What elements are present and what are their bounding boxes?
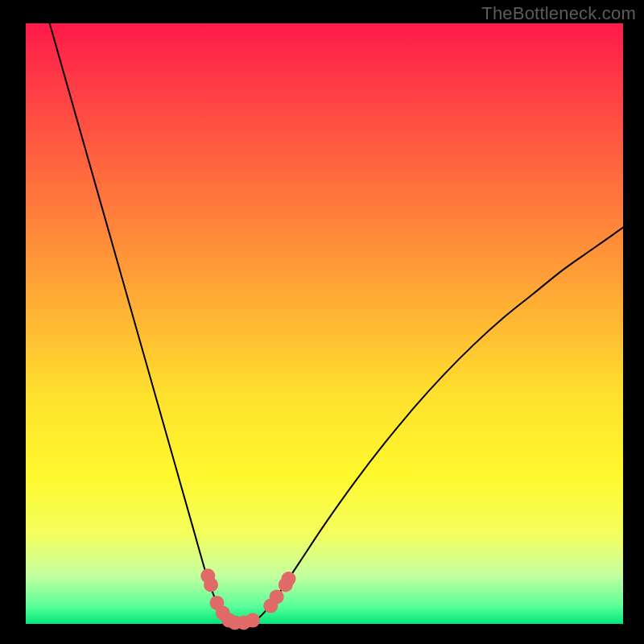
chart-frame: TheBottleneck.com: [0, 0, 644, 644]
bottleneck-curve: [50, 23, 623, 624]
data-marker: [246, 613, 260, 628]
data-marker: [270, 589, 284, 604]
data-marker: [204, 578, 218, 592]
data-marker: [281, 572, 295, 586]
chart-svg-layer: [0, 0, 644, 644]
